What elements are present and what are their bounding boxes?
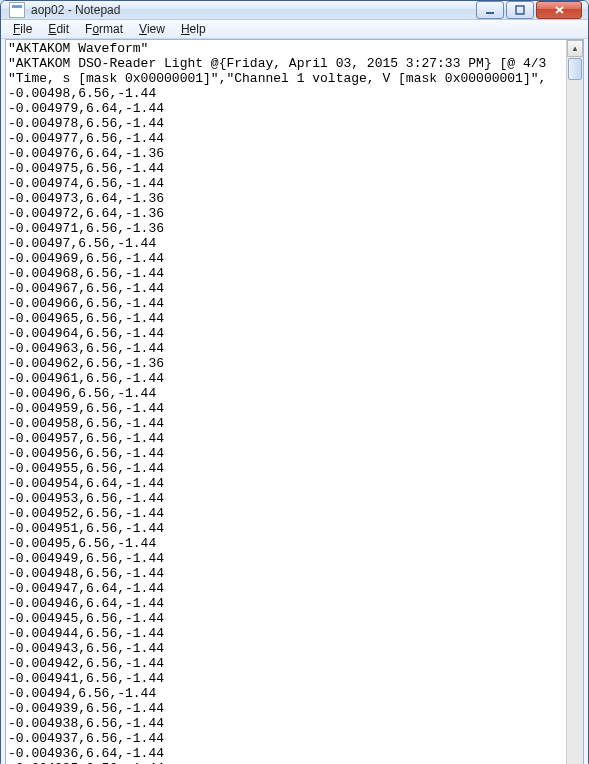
menu-file[interactable]: File bbox=[5, 20, 40, 38]
client-area: "AKTAKOM Waveform" "AKTAKOM DSO-Reader L… bbox=[1, 39, 588, 764]
window: aop02 - Notepad File Edit Format View He… bbox=[0, 0, 589, 764]
menu-edit[interactable]: Edit bbox=[40, 20, 77, 38]
menubar: File Edit Format View Help bbox=[1, 20, 588, 39]
text-area[interactable]: "AKTAKOM Waveform" "AKTAKOM DSO-Reader L… bbox=[6, 40, 566, 764]
menu-view[interactable]: View bbox=[131, 20, 173, 38]
titlebar[interactable]: aop02 - Notepad bbox=[1, 1, 588, 20]
menu-format[interactable]: Format bbox=[77, 20, 131, 38]
window-title: aop02 - Notepad bbox=[31, 3, 476, 17]
svg-rect-1 bbox=[516, 6, 524, 14]
scroll-up-icon[interactable]: ▲ bbox=[567, 40, 583, 57]
close-button[interactable] bbox=[536, 1, 582, 19]
vertical-scroll-thumb[interactable] bbox=[568, 58, 582, 80]
maximize-button[interactable] bbox=[506, 1, 534, 19]
window-buttons bbox=[476, 1, 582, 19]
minimize-button[interactable] bbox=[476, 1, 504, 19]
notepad-icon bbox=[9, 2, 25, 18]
text-area-wrap: "AKTAKOM Waveform" "AKTAKOM DSO-Reader L… bbox=[5, 39, 584, 764]
svg-rect-0 bbox=[486, 12, 494, 14]
menu-help[interactable]: Help bbox=[173, 20, 214, 38]
vertical-scrollbar[interactable]: ▲ ▼ bbox=[566, 40, 583, 764]
